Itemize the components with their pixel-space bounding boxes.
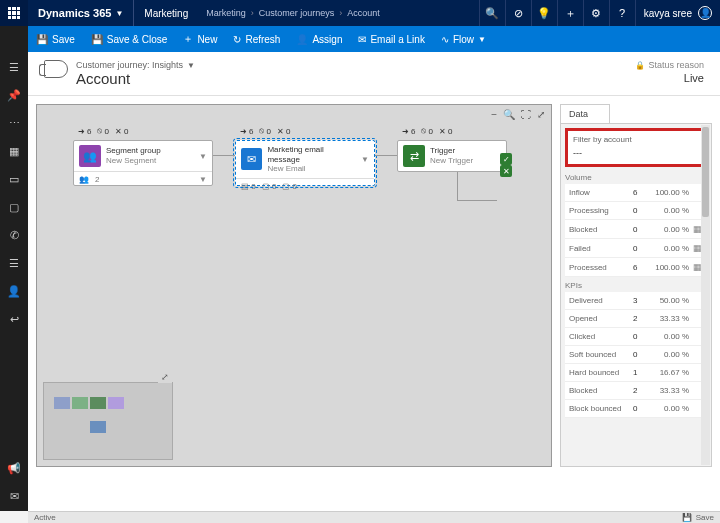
assign-button[interactable]: 👤Assign [288,26,350,52]
people-icon: 👥 [79,175,89,184]
minimap[interactable]: ⤢ [43,382,173,460]
breadcrumb: Marketing› Customer journeys› Account [198,8,388,18]
metric-row: Processed6100.00 %▦ [565,258,707,277]
email-link-button[interactable]: ✉Email a Link [350,26,432,52]
page-header: Customer journey: Insights▼ Account 🔒Sta… [28,52,720,91]
top-bar: Dynamics 365▼ Marketing Marketing› Custo… [0,0,720,26]
node-trigger[interactable]: ➜ 6⦸ 0✕ 0 ⇄TriggerNew Trigger ✓ ✕ [397,140,507,172]
status-block: 🔒Status reason Live [635,60,704,84]
sidebar-phone-icon[interactable]: ✆ [0,222,28,248]
crumb-item[interactable]: Customer journeys [259,8,335,18]
sidebar-pin-icon[interactable]: 📌 [0,82,28,108]
chevron-down-icon[interactable]: ▼ [361,155,369,164]
scroll-thumb[interactable] [702,127,709,217]
gear-icon[interactable]: ⚙ [583,0,609,26]
status-active: Active [34,513,56,522]
expand-icon[interactable]: ⤢ [158,371,172,383]
help-icon[interactable]: ? [609,0,635,26]
flow-icon: ∿ [441,34,449,45]
refresh-icon: ↻ [233,34,241,45]
save-button[interactable]: 💾Save [28,26,83,52]
tab-data[interactable]: Data [560,104,610,123]
metric-row: Block bounced00.00 % [565,400,707,418]
check-icon: ✓ [500,153,512,165]
metric-row: Hard bounced116.67 % [565,364,707,382]
brand-menu[interactable]: Dynamics 365▼ [28,7,133,19]
chevron-down-icon[interactable]: ▼ [199,175,207,184]
journey-canvas[interactable]: − 🔍 ⛶ ⤢ ➜ 6⦸ 0✕ 0 👥Segment groupNew Segm… [36,104,552,467]
sidebar-menu-icon[interactable]: ☰ [0,54,28,80]
sidebar-list-icon[interactable]: ☰ [0,250,28,276]
module-label[interactable]: Marketing [133,0,198,26]
metric-row: Failed00.00 %▦ [565,239,707,258]
assign-icon: 👤 [296,34,308,45]
segment-icon: 👥 [79,145,101,167]
sidebar-chart-icon[interactable]: ▦ [0,138,28,164]
new-button[interactable]: ＋New [175,26,225,52]
sidebar: ☰ 📌 ⋯ ▦ ▭ ▢ ✆ ☰ 👤 ↩ 📢 ✉ [0,26,28,511]
avatar-icon: 👤 [698,6,712,20]
sidebar-more-icon[interactable]: ⋯ [0,110,28,136]
chevron-down-icon: ▼ [478,35,486,44]
sidebar-user-icon[interactable]: 👤 [0,278,28,304]
sidebar-page-icon[interactable]: ▢ [0,194,28,220]
task-icon[interactable]: ⊘ [505,0,531,26]
refresh-button[interactable]: ↻Refresh [225,26,288,52]
page-subtitle: Customer journey: Insights [76,60,183,70]
filter-by-account[interactable]: Filter by account --- [565,128,707,167]
plus-icon: ＋ [183,32,193,46]
app-launcher[interactable] [0,0,28,26]
metric-row: Delivered350.00 % [565,292,707,310]
lock-icon: 🔒 [635,61,645,70]
status-bar: Active 💾Save [28,511,720,523]
zoom-in-icon[interactable]: 🔍 [503,109,515,120]
user-menu[interactable]: kavya sree👤 [635,0,720,26]
sidebar-doc-icon[interactable]: ▭ [0,166,28,192]
crumb-item[interactable]: Marketing [206,8,246,18]
metric-row: Clicked00.00 % [565,328,707,346]
fit-icon[interactable]: ⛶ [521,109,531,120]
sidebar-mail-icon[interactable]: ✉ [0,483,28,509]
metric-row: Blocked233.33 % [565,382,707,400]
chevron-down-icon: ▼ [115,9,123,18]
bulb-icon[interactable]: 💡 [531,0,557,26]
node-segment[interactable]: ➜ 6⦸ 0✕ 0 👥Segment groupNew Segment▼ 👥2▼ [73,140,213,186]
metric-row: Blocked00.00 %▦ [565,220,707,239]
save-close-button[interactable]: 💾Save & Close [83,26,176,52]
megaphone-icon [44,60,68,78]
close-icon: ✕ [500,165,512,177]
metric-row: Soft bounced00.00 % [565,346,707,364]
flow-button[interactable]: ∿Flow▼ [433,26,494,52]
main-content: Customer journey: Insights▼ Account 🔒Sta… [28,52,720,511]
crumb-item[interactable]: Account [347,8,380,18]
expand-icon[interactable]: ⤢ [537,109,545,120]
metric-row: Opened233.33 % [565,310,707,328]
sidebar-announce-icon[interactable]: 📢 [0,455,28,481]
status-value: Live [635,72,704,84]
save-close-icon: 💾 [91,34,103,45]
metric-row: Processing00.00 % [565,202,707,220]
mail-icon: ✉ [358,34,366,45]
scrollbar[interactable] [701,125,710,465]
plus-icon[interactable]: ＋ [557,0,583,26]
volume-section-label: Volume [565,173,707,182]
chevron-down-icon[interactable]: ▼ [199,152,207,161]
trigger-icon: ⇄ [403,145,425,167]
sidebar-back-icon[interactable]: ↩ [0,306,28,332]
data-panel: Data Filter by account --- Volume Inflow… [560,104,712,467]
mail-icon: ✉ [241,148,262,170]
save-icon: 💾 [36,34,48,45]
search-icon[interactable]: 🔍 [479,0,505,26]
metric-row: Inflow6100.00 % [565,184,707,202]
page-title: Account [76,70,195,87]
zoom-out-icon[interactable]: − [491,109,497,120]
kpi-section-label: KPIs [565,281,707,290]
command-bar: 💾Save 💾Save & Close ＋New ↻Refresh 👤Assig… [0,26,720,52]
chevron-down-icon[interactable]: ▼ [187,61,195,70]
save-icon[interactable]: 💾 [682,513,692,522]
node-email[interactable]: ➜ 6⦸ 0✕ 0 ✉Marketing email messageNew Em… [235,140,375,186]
